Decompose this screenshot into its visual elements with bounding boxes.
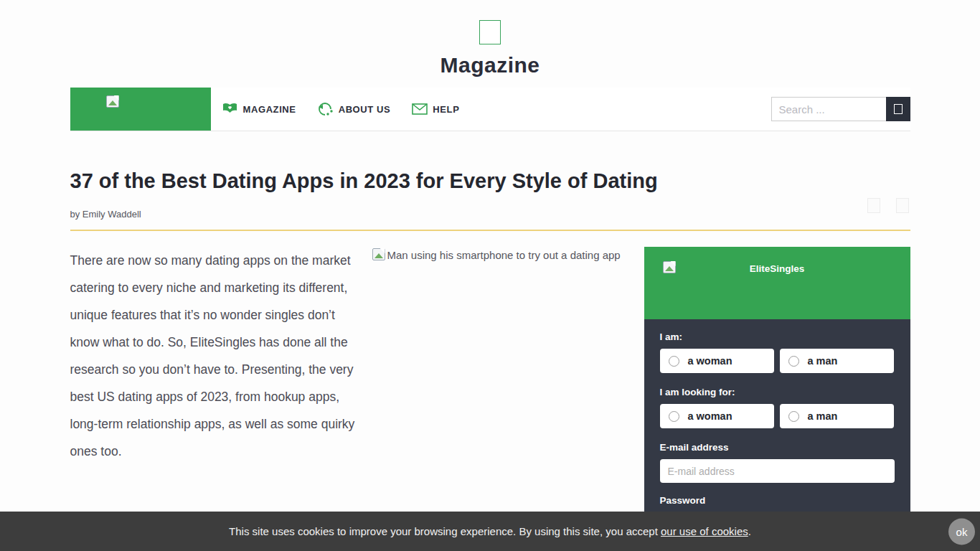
image-alt-text: Man using his smartphone to try out a da…	[387, 249, 621, 261]
cookie-consent-bar: This site uses cookies to improve your b…	[0, 512, 980, 551]
radio-label: a woman	[688, 410, 732, 422]
password-label: Password	[660, 495, 895, 506]
email-label: E-mail address	[660, 442, 895, 453]
radio-label: a man	[808, 355, 838, 367]
radio-option-iam-woman[interactable]: a woman	[660, 349, 774, 373]
envelope-icon	[412, 102, 428, 116]
radio-option-seek-man[interactable]: a man	[780, 404, 894, 428]
email-field-group: E-mail address	[660, 442, 895, 483]
looking-for-label: I am looking for:	[660, 387, 895, 397]
site-title: Magazine	[0, 53, 980, 77]
i-am-options: a woman a man	[660, 349, 895, 373]
broken-image-icon	[372, 248, 385, 260]
article-header: 37 of the Best Dating Apps in 2023 for E…	[70, 169, 910, 231]
share-icon-placeholder-1[interactable]	[867, 198, 880, 213]
gold-divider	[70, 230, 910, 231]
broken-logo-image-icon	[479, 20, 501, 44]
nav-item-label: ABOUT US	[339, 104, 391, 115]
radio-option-seek-woman[interactable]: a woman	[660, 404, 774, 428]
magazine-owl-icon	[222, 102, 238, 116]
looking-for-options: a woman a man	[660, 404, 895, 428]
search-input[interactable]	[771, 97, 886, 121]
signup-widget: EliteSingles I am: a woman a man I am lo…	[644, 247, 910, 551]
radio-option-iam-man[interactable]: a man	[780, 349, 894, 373]
radio-button-icon[interactable]	[788, 356, 799, 367]
nav-item-about-us[interactable]: ABOUT US	[318, 102, 391, 116]
cookie-text: This site uses cookies to improve your b…	[229, 525, 661, 537]
nav-items: MAGAZINE ABOUT US	[222, 88, 771, 131]
about-arrow-icon	[318, 102, 334, 116]
cookie-text-period: .	[748, 525, 751, 537]
article-text-column: There are now so many dating apps on the…	[70, 247, 360, 551]
nav-item-label: HELP	[433, 104, 459, 115]
article-paragraph: There are now so many dating apps on the…	[70, 247, 360, 465]
masthead: Magazine	[0, 0, 980, 77]
radio-label: a woman	[688, 355, 732, 367]
broken-image-icon	[106, 95, 119, 108]
i-am-label: I am:	[660, 331, 895, 342]
cookie-ok-button[interactable]: ok	[948, 518, 975, 545]
page-title: 37 of the Best Dating Apps in 2023 for E…	[70, 169, 910, 193]
byline: by Emily Waddell	[70, 209, 910, 220]
radio-label: a man	[808, 410, 838, 422]
nav-item-label: MAGAZINE	[243, 104, 296, 115]
broken-article-image: Man using his smartphone to try out a da…	[372, 247, 623, 263]
share-icon-placeholder-2[interactable]	[896, 198, 909, 213]
article-image-column: Man using his smartphone to try out a da…	[372, 247, 623, 551]
search-button[interactable]	[886, 97, 910, 121]
radio-button-icon[interactable]	[669, 356, 679, 367]
email-field[interactable]	[660, 459, 895, 483]
brand-name: EliteSingles	[644, 263, 910, 274]
main-navbar: MAGAZINE ABOUT US	[70, 88, 910, 131]
nav-logo-block[interactable]	[70, 88, 211, 131]
cookie-message: This site uses cookies to improve your b…	[229, 525, 751, 537]
nav-item-help[interactable]: HELP	[412, 102, 459, 116]
search-icon	[894, 104, 903, 114]
radio-button-icon[interactable]	[788, 411, 799, 422]
signup-widget-header: EliteSingles	[644, 247, 910, 319]
article-body: There are now so many dating apps on the…	[70, 247, 910, 551]
cookies-policy-link[interactable]: our use of cookies	[661, 525, 748, 537]
search-bar	[771, 88, 910, 131]
nav-item-magazine[interactable]: MAGAZINE	[222, 102, 296, 116]
radio-button-icon[interactable]	[669, 411, 679, 422]
